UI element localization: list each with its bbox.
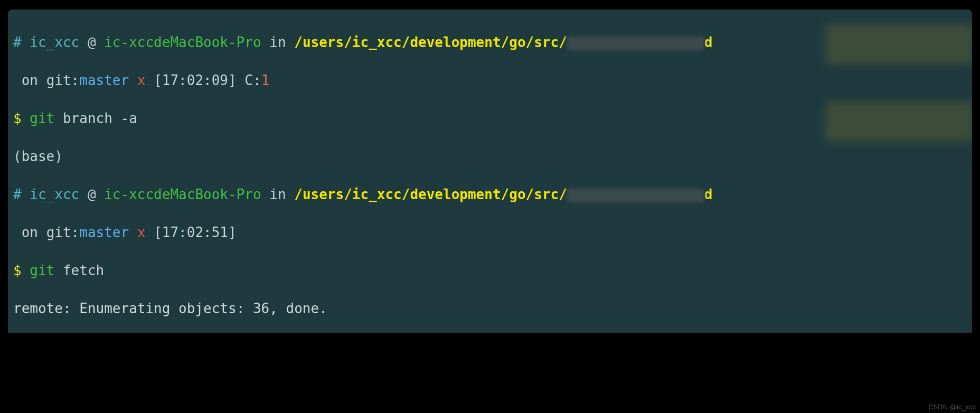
git-branch: master <box>79 224 129 240</box>
timestamp: [17:02:51] <box>154 224 237 240</box>
git-command: git <box>30 110 54 126</box>
in-label: in <box>269 34 286 50</box>
dollar-prompt: $ <box>13 110 22 126</box>
hostname: ic-xccdeMacBook-Pro <box>104 186 261 202</box>
hash-symbol: # <box>13 34 22 50</box>
path-end: d <box>704 186 713 202</box>
git-branch: master <box>79 72 129 88</box>
on-label: on <box>13 72 38 88</box>
dollar-prompt: $ <box>13 262 22 278</box>
git-label: git: <box>46 72 80 88</box>
redacted-path <box>567 36 704 50</box>
command-line-1: $ git branch -a <box>13 109 967 128</box>
cwd-path: /users/ic_xcc/development/go/src/ <box>294 186 567 202</box>
exit-code-value: 1 <box>261 72 270 88</box>
redacted-path <box>567 189 704 202</box>
terminal-window[interactable]: # ic_xcc @ ic-xccdeMacBook-Pro in /users… <box>8 10 972 333</box>
output-line: remote: Enumerating objects: 36, done. <box>13 299 967 318</box>
redacted-overlay <box>825 24 972 64</box>
git-dirty-x: x <box>137 72 146 88</box>
cwd-path: /users/ic_xcc/development/go/src/ <box>294 34 567 50</box>
command-line-2: $ git fetch <box>13 261 967 280</box>
hostname: ic-xccdeMacBook-Pro <box>104 34 261 50</box>
git-dirty-x: x <box>137 224 146 240</box>
git-args: branch -a <box>63 110 137 126</box>
timestamp: [17:02:09] <box>154 72 237 88</box>
git-label: git: <box>46 224 80 240</box>
path-end: d <box>704 34 713 50</box>
on-label: on <box>13 224 38 240</box>
prompt-line-1b: on git:master x [17:02:09] C:1 <box>13 71 967 90</box>
redacted-overlay <box>825 102 972 142</box>
watermark-text: CSDN @ic_xcc <box>928 403 976 411</box>
git-command: git <box>30 262 54 278</box>
at-symbol: @ <box>88 34 96 50</box>
base-env-1: (base) <box>13 147 967 166</box>
exit-code-label: C: <box>244 72 261 88</box>
username: ic_xcc <box>30 186 79 202</box>
prompt-line-2b: on git:master x [17:02:51] <box>13 223 967 242</box>
username: ic_xcc <box>30 34 79 50</box>
at-symbol: @ <box>88 186 96 202</box>
prompt-line-2: # ic_xcc @ ic-xccdeMacBook-Pro in /users… <box>13 185 967 204</box>
prompt-line-1: # ic_xcc @ ic-xccdeMacBook-Pro in /users… <box>13 33 967 52</box>
in-label: in <box>269 186 286 202</box>
hash-symbol: # <box>13 186 22 202</box>
git-args: fetch <box>63 262 104 278</box>
